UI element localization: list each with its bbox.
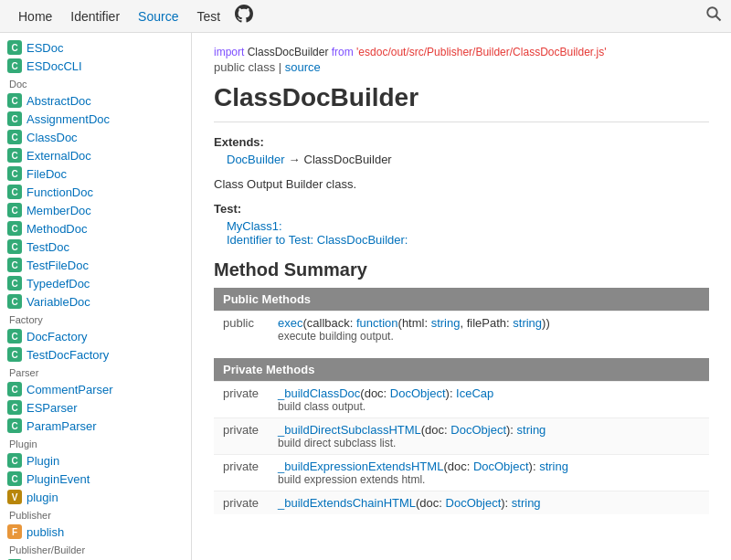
table-row: public exec(callback: function(html: str… (214, 312, 709, 348)
test-links: MyClass1: Identifier to Test: ClassDocBu… (214, 219, 709, 247)
method-name-exec[interactable]: exec (278, 316, 302, 330)
github-icon[interactable] (235, 5, 253, 27)
import-line: import ClassDocBuilder from 'esdoc/out/s… (214, 46, 709, 58)
nav-source[interactable]: Source (129, 0, 187, 33)
private-methods-header: Private Methods (214, 358, 709, 382)
method-type-function[interactable]: function (356, 316, 398, 330)
method-name-buildexpressionextends[interactable]: _buildExpressionExtendsHTML (278, 460, 443, 473)
import-from-keyword: from (332, 46, 354, 58)
sidebar-section-factory: Factory (0, 311, 191, 327)
method-type-docobject-1[interactable]: DocObject (450, 423, 506, 437)
nav-test[interactable]: Test (187, 0, 229, 33)
method-desc-buildclassdoc: build class output. (278, 400, 700, 413)
sidebar-item-publish[interactable]: Fpublish (0, 523, 191, 541)
import-keyword: import (214, 46, 244, 58)
sidebar-section-plugin: Plugin (0, 435, 191, 451)
sidebar-item-testdoc[interactable]: CTestDoc (0, 238, 191, 256)
import-path: 'esdoc/out/src/Publisher/Builder/ClassDo… (356, 46, 606, 58)
svg-line-1 (715, 16, 720, 20)
method-return-type-3[interactable]: string (512, 496, 541, 510)
method-type-docobject-0[interactable]: DocObject (390, 386, 446, 400)
sidebar-item-esdoccli[interactable]: C ESDocCLI (0, 57, 191, 75)
method-cell-buildclassdoc: _buildClassDoc(doc: DocObject): IceCap b… (269, 382, 709, 418)
method-return-type-2[interactable]: string (539, 460, 568, 473)
method-return-type-0[interactable]: IceCap (456, 386, 493, 400)
sidebar-item-abstractdoc[interactable]: CAbstractDoc (0, 91, 191, 110)
sidebar-item-classdoc[interactable]: CClassDoc (0, 128, 191, 146)
nav-home[interactable]: Home (9, 0, 61, 33)
table-row: private _buildDirectSubclassHTML(doc: Do… (214, 418, 709, 455)
public-class-line: public class | source (214, 60, 709, 74)
public-methods-header: Public Methods (214, 288, 709, 312)
table-row: private _buildExtendsChainHTML(doc: DocO… (214, 491, 709, 515)
sidebar-item-typedefdoc[interactable]: CTypedefDoc (0, 274, 191, 292)
method-visibility-0: private (214, 382, 269, 418)
method-desc-buildexpressionextends: build expression extends html. (278, 473, 700, 486)
sidebar-item-assignmentdoc[interactable]: CAssignmentDoc (0, 110, 191, 128)
search-icon[interactable] (705, 5, 722, 26)
sidebar-section-publisher: Publisher (0, 506, 191, 523)
method-name-builddirectsubclass[interactable]: _buildDirectSubclassHTML (278, 423, 421, 437)
sidebar-item-plugin[interactable]: CPlugin (0, 451, 191, 470)
method-visibility-3: private (214, 491, 269, 515)
sidebar-item-methoddoc[interactable]: CMethodDoc (0, 219, 191, 238)
sidebar-item-externaldoc[interactable]: CExternalDoc (0, 146, 191, 164)
page-title: ClassDocBuilder (214, 83, 709, 122)
sidebar-label-esdoc: ESDoc (26, 41, 63, 55)
sidebar-item-esparser[interactable]: CESParser (0, 398, 191, 417)
method-visibility-1: private (214, 418, 269, 455)
test-link-identifier[interactable]: Identifier to Test: ClassDocBuilder: (227, 233, 709, 247)
method-type-docobject-2[interactable]: DocObject (473, 460, 529, 473)
method-type-docobject-3[interactable]: DocObject (446, 496, 502, 510)
test-label: Test: (214, 202, 709, 216)
public-methods-table: Public Methods public exec(callback: fun… (214, 288, 709, 347)
method-summary-title: Method Summary (214, 259, 709, 280)
sidebar-item-paramparser[interactable]: CParamParser (0, 417, 191, 435)
method-name-buildextendschain[interactable]: _buildExtendsChainHTML (278, 496, 416, 510)
extends-section: Extends: DocBuilder → ClassDocBuilder (214, 135, 709, 166)
method-return-type-1[interactable]: string (517, 423, 546, 437)
extends-row: DocBuilder → ClassDocBuilder (214, 153, 709, 166)
extends-from-link[interactable]: DocBuilder (227, 153, 285, 166)
sidebar-item-commentparser[interactable]: CCommentParser (0, 380, 191, 398)
table-row: private _buildExpressionExtendsHTML(doc:… (214, 455, 709, 491)
method-cell-builddirectsubclass: _buildDirectSubclassHTML(doc: DocObject)… (269, 418, 709, 455)
method-type-string-filepath[interactable]: string (513, 316, 542, 330)
nav-identifier[interactable]: Identifier (61, 0, 129, 33)
sidebar-item-plugin-var[interactable]: Vplugin (0, 488, 191, 506)
source-link[interactable]: source (285, 60, 321, 74)
badge-c-esdoccli: C (7, 58, 22, 73)
badge-c-esdoc: C (7, 40, 22, 55)
private-methods-header-row: Private Methods (214, 358, 709, 382)
table-row: private _buildClassDoc(doc: DocObject): … (214, 382, 709, 418)
sidebar: C ESDoc C ESDocCLI Doc CAbstractDoc CAss… (0, 33, 192, 560)
sidebar-item-docfactory[interactable]: CDocFactory (0, 327, 191, 345)
main-layout: C ESDoc C ESDocCLI Doc CAbstractDoc CAss… (0, 33, 731, 560)
sidebar-item-memberdoc[interactable]: CMemberDoc (0, 201, 191, 219)
method-cell-buildexpressionextends: _buildExpressionExtendsHTML(doc: DocObje… (269, 455, 709, 491)
method-desc-builddirectsubclass: build direct subclass list. (278, 437, 700, 449)
class-description: Class Output Builder class. (214, 177, 709, 191)
sidebar-item-testfiledoc[interactable]: CTestFileDoc (0, 256, 191, 274)
sidebar-item-pluginevent[interactable]: CPluginEvent (0, 470, 191, 488)
sidebar-label-esdoccli: ESDocCLI (26, 59, 82, 73)
method-type-string-html[interactable]: string (431, 316, 461, 330)
sidebar-item-functiondoc[interactable]: CFunctionDoc (0, 183, 191, 201)
test-link-myclass1[interactable]: MyClass1: (227, 219, 709, 233)
method-visibility-public: public (214, 312, 269, 348)
method-name-buildclassdoc[interactable]: _buildClassDoc (278, 386, 360, 400)
method-cell-exec: exec(callback: function(html: string, fi… (269, 312, 709, 348)
sidebar-item-variabledoc[interactable]: CVariableDoc (0, 292, 191, 311)
sidebar-section-publisher-builder: Publisher/Builder (0, 541, 191, 557)
top-navigation: Home Identifier Source Test (0, 0, 731, 33)
method-cell-buildextendschain: _buildExtendsChainHTML(doc: DocObject): … (269, 491, 709, 515)
test-section: Test: MyClass1: Identifier to Test: Clas… (214, 202, 709, 247)
sidebar-section-parser: Parser (0, 364, 191, 380)
sidebar-item-esdoc[interactable]: C ESDoc (0, 38, 191, 57)
sidebar-item-testdocfactory[interactable]: CTestDocFactory (0, 345, 191, 364)
method-desc-exec: execute building output. (278, 330, 700, 343)
sidebar-item-filedoc[interactable]: CFileDoc (0, 164, 191, 183)
public-methods-header-row: Public Methods (214, 288, 709, 312)
method-visibility-2: private (214, 455, 269, 491)
svg-point-0 (707, 7, 717, 17)
